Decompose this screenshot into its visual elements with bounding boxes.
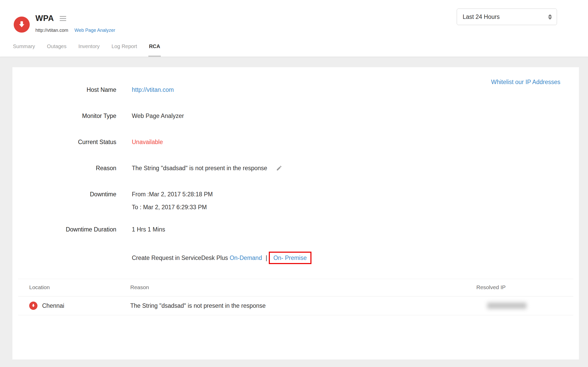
field-current-status: Current Status Unavailable [12,138,579,146]
app-header: WPA http://vtitan.com Web Page Analyzer … [0,0,588,57]
tab-rca[interactable]: RCA [148,43,161,57]
downtime-duration-value: 1 Hrs 1 Mins [132,226,165,233]
monitor-status-down-icon [14,17,30,33]
field-label: Downtime Duration [12,226,116,233]
create-request-separator: | [266,254,267,262]
field-label: Downtime [12,190,116,198]
field-label: Current Status [12,138,116,146]
field-reason: Reason The String "dsadsad" is not prese… [12,164,579,172]
on-premise-link[interactable]: On- Premise [273,254,307,261]
field-create-request: Create Request in ServiceDesk Plus On-De… [12,252,579,264]
table-row: Chennai The String "dsadsad" is not pres… [18,296,573,315]
field-label: Monitor Type [12,112,116,120]
location-name: Chennai [42,302,64,309]
whitelist-ip-link[interactable]: Whitelist our IP Addresses [491,79,560,86]
table-header-row: Location Reason Resolved IP [18,279,573,296]
monitor-url: http://vtitan.com [35,28,68,33]
field-label: Reason [12,164,116,172]
field-downtime: Downtime From :Mar 2, 2017 5:28:18 PM To… [12,190,579,211]
arrow-down-icon [31,303,36,308]
rca-card: Whitelist our IP Addresses Host Name htt… [12,67,579,359]
location-status-down-icon [29,302,37,310]
monitor-type-link[interactable]: Web Page Analyzer [74,28,115,33]
dropdown-stepper-icon [548,14,552,20]
monitor-menu-icon[interactable] [60,15,66,22]
col-header-reason: Reason [130,279,476,296]
tab-summary[interactable]: Summary [12,43,36,57]
downtime-to: To : Mar 2, 2017 6:29:33 PM [132,203,213,211]
tab-log-report[interactable]: Log Report [111,43,138,57]
create-request-prefix: Create Request in ServiceDesk Plus [132,254,228,262]
tab-outages[interactable]: Outages [47,43,67,57]
edit-reason-icon[interactable] [276,165,282,171]
page-content: Whitelist our IP Addresses Host Name htt… [0,57,588,367]
time-range-selected-value: Last 24 Hours [463,13,500,20]
on-premise-highlight-box: On- Premise [269,252,311,264]
time-range-dropdown[interactable]: Last 24 Hours [457,9,557,25]
downtime-from: From :Mar 2, 2017 5:28:18 PM [132,190,213,198]
row-reason: The String "dsadsad" is not present in t… [130,297,476,314]
field-label: Host Name [12,86,116,94]
monitor-type-value: Web Page Analyzer [132,112,184,120]
field-monitor-type: Monitor Type Web Page Analyzer [12,112,579,120]
host-name-link[interactable]: http://vtitan.com [132,86,174,94]
arrow-down-icon [17,20,27,29]
reason-value: The String "dsadsad" is not present in t… [132,164,267,172]
location-table: Location Reason Resolved IP Chennai The … [18,279,573,315]
tab-bar: Summary Outages Inventory Log Report RCA [12,43,172,57]
col-header-resolved-ip: Resolved IP [476,279,573,296]
monitor-name: WPA [35,14,54,23]
monitor-title-block: WPA http://vtitan.com Web Page Analyzer [35,14,115,33]
on-demand-link[interactable]: On-Demand [230,254,262,262]
col-header-location: Location [18,279,130,296]
status-badge: Unavailable [132,138,163,146]
tab-inventory[interactable]: Inventory [78,43,100,57]
resolved-ip-blurred [487,303,526,309]
field-downtime-duration: Downtime Duration 1 Hrs 1 Mins [12,226,579,233]
field-host-name: Host Name http://vtitan.com [12,86,579,94]
